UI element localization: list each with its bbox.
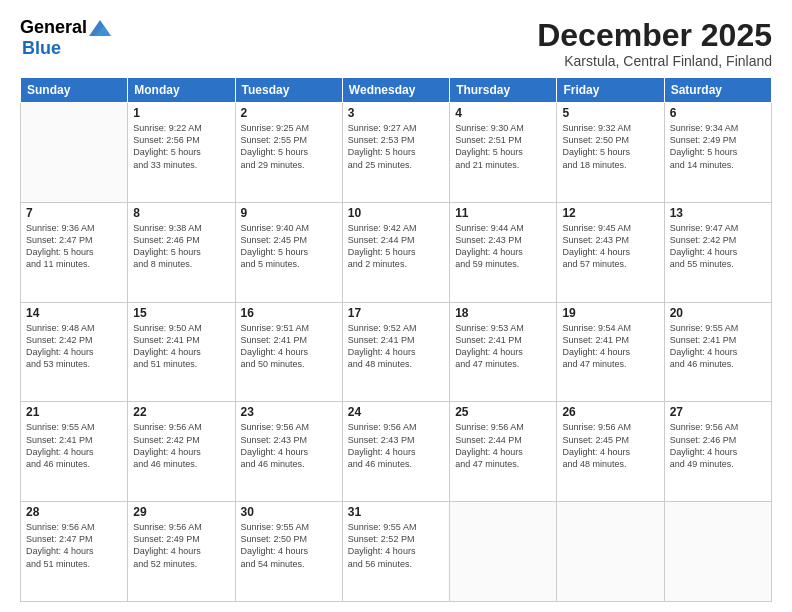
day-of-week-header: Wednesday <box>342 78 449 103</box>
calendar-week-row: 7Sunrise: 9:36 AMSunset: 2:47 PMDaylight… <box>21 202 772 302</box>
page: General Blue December 2025 Karstula, Cen… <box>0 0 792 612</box>
day-number: 8 <box>133 206 229 220</box>
calendar-cell: 31Sunrise: 9:55 AMSunset: 2:52 PMDayligh… <box>342 502 449 602</box>
day-of-week-header: Tuesday <box>235 78 342 103</box>
calendar-cell: 15Sunrise: 9:50 AMSunset: 2:41 PMDayligh… <box>128 302 235 402</box>
day-info: Sunrise: 9:55 AMSunset: 2:52 PMDaylight:… <box>348 521 444 570</box>
day-number: 10 <box>348 206 444 220</box>
day-info: Sunrise: 9:52 AMSunset: 2:41 PMDaylight:… <box>348 322 444 371</box>
day-info: Sunrise: 9:56 AMSunset: 2:46 PMDaylight:… <box>670 421 766 470</box>
day-number: 30 <box>241 505 337 519</box>
calendar-cell: 13Sunrise: 9:47 AMSunset: 2:42 PMDayligh… <box>664 202 771 302</box>
day-info: Sunrise: 9:27 AMSunset: 2:53 PMDaylight:… <box>348 122 444 171</box>
calendar-cell: 12Sunrise: 9:45 AMSunset: 2:43 PMDayligh… <box>557 202 664 302</box>
day-info: Sunrise: 9:38 AMSunset: 2:46 PMDaylight:… <box>133 222 229 271</box>
day-info: Sunrise: 9:56 AMSunset: 2:45 PMDaylight:… <box>562 421 658 470</box>
day-number: 21 <box>26 405 122 419</box>
calendar-cell <box>21 103 128 203</box>
day-of-week-header: Sunday <box>21 78 128 103</box>
day-info: Sunrise: 9:56 AMSunset: 2:43 PMDaylight:… <box>241 421 337 470</box>
day-number: 16 <box>241 306 337 320</box>
day-number: 25 <box>455 405 551 419</box>
day-info: Sunrise: 9:55 AMSunset: 2:41 PMDaylight:… <box>26 421 122 470</box>
day-number: 13 <box>670 206 766 220</box>
calendar-cell <box>557 502 664 602</box>
calendar-cell: 3Sunrise: 9:27 AMSunset: 2:53 PMDaylight… <box>342 103 449 203</box>
calendar-cell: 16Sunrise: 9:51 AMSunset: 2:41 PMDayligh… <box>235 302 342 402</box>
calendar-cell: 28Sunrise: 9:56 AMSunset: 2:47 PMDayligh… <box>21 502 128 602</box>
day-info: Sunrise: 9:34 AMSunset: 2:49 PMDaylight:… <box>670 122 766 171</box>
day-number: 17 <box>348 306 444 320</box>
calendar-week-row: 1Sunrise: 9:22 AMSunset: 2:56 PMDaylight… <box>21 103 772 203</box>
calendar-cell: 25Sunrise: 9:56 AMSunset: 2:44 PMDayligh… <box>450 402 557 502</box>
calendar-cell: 7Sunrise: 9:36 AMSunset: 2:47 PMDaylight… <box>21 202 128 302</box>
day-info: Sunrise: 9:44 AMSunset: 2:43 PMDaylight:… <box>455 222 551 271</box>
day-number: 7 <box>26 206 122 220</box>
calendar-cell: 14Sunrise: 9:48 AMSunset: 2:42 PMDayligh… <box>21 302 128 402</box>
day-info: Sunrise: 9:40 AMSunset: 2:45 PMDaylight:… <box>241 222 337 271</box>
header-right: December 2025 Karstula, Central Finland,… <box>537 18 772 69</box>
day-info: Sunrise: 9:22 AMSunset: 2:56 PMDaylight:… <box>133 122 229 171</box>
day-number: 18 <box>455 306 551 320</box>
location: Karstula, Central Finland, Finland <box>537 53 772 69</box>
day-of-week-header: Monday <box>128 78 235 103</box>
day-number: 3 <box>348 106 444 120</box>
day-number: 20 <box>670 306 766 320</box>
calendar-cell: 2Sunrise: 9:25 AMSunset: 2:55 PMDaylight… <box>235 103 342 203</box>
day-info: Sunrise: 9:50 AMSunset: 2:41 PMDaylight:… <box>133 322 229 371</box>
calendar-header-row: SundayMondayTuesdayWednesdayThursdayFrid… <box>21 78 772 103</box>
day-number: 28 <box>26 505 122 519</box>
day-of-week-header: Thursday <box>450 78 557 103</box>
day-number: 23 <box>241 405 337 419</box>
day-info: Sunrise: 9:56 AMSunset: 2:47 PMDaylight:… <box>26 521 122 570</box>
day-number: 9 <box>241 206 337 220</box>
calendar-cell: 5Sunrise: 9:32 AMSunset: 2:50 PMDaylight… <box>557 103 664 203</box>
day-number: 22 <box>133 405 229 419</box>
day-number: 6 <box>670 106 766 120</box>
calendar-cell: 19Sunrise: 9:54 AMSunset: 2:41 PMDayligh… <box>557 302 664 402</box>
calendar-week-row: 28Sunrise: 9:56 AMSunset: 2:47 PMDayligh… <box>21 502 772 602</box>
day-info: Sunrise: 9:53 AMSunset: 2:41 PMDaylight:… <box>455 322 551 371</box>
calendar-cell: 21Sunrise: 9:55 AMSunset: 2:41 PMDayligh… <box>21 402 128 502</box>
day-info: Sunrise: 9:45 AMSunset: 2:43 PMDaylight:… <box>562 222 658 271</box>
calendar-cell: 24Sunrise: 9:56 AMSunset: 2:43 PMDayligh… <box>342 402 449 502</box>
logo-general: General <box>20 18 87 38</box>
day-info: Sunrise: 9:36 AMSunset: 2:47 PMDaylight:… <box>26 222 122 271</box>
day-number: 29 <box>133 505 229 519</box>
day-info: Sunrise: 9:55 AMSunset: 2:50 PMDaylight:… <box>241 521 337 570</box>
calendar-cell: 29Sunrise: 9:56 AMSunset: 2:49 PMDayligh… <box>128 502 235 602</box>
logo-icon <box>89 19 111 37</box>
day-number: 12 <box>562 206 658 220</box>
calendar-cell: 26Sunrise: 9:56 AMSunset: 2:45 PMDayligh… <box>557 402 664 502</box>
day-number: 4 <box>455 106 551 120</box>
day-info: Sunrise: 9:56 AMSunset: 2:43 PMDaylight:… <box>348 421 444 470</box>
calendar-cell <box>450 502 557 602</box>
calendar-cell: 18Sunrise: 9:53 AMSunset: 2:41 PMDayligh… <box>450 302 557 402</box>
day-number: 5 <box>562 106 658 120</box>
day-info: Sunrise: 9:32 AMSunset: 2:50 PMDaylight:… <box>562 122 658 171</box>
day-info: Sunrise: 9:56 AMSunset: 2:49 PMDaylight:… <box>133 521 229 570</box>
day-number: 15 <box>133 306 229 320</box>
calendar-cell: 20Sunrise: 9:55 AMSunset: 2:41 PMDayligh… <box>664 302 771 402</box>
logo-blue: Blue <box>22 38 61 59</box>
day-info: Sunrise: 9:42 AMSunset: 2:44 PMDaylight:… <box>348 222 444 271</box>
day-info: Sunrise: 9:48 AMSunset: 2:42 PMDaylight:… <box>26 322 122 371</box>
calendar-cell: 17Sunrise: 9:52 AMSunset: 2:41 PMDayligh… <box>342 302 449 402</box>
day-info: Sunrise: 9:25 AMSunset: 2:55 PMDaylight:… <box>241 122 337 171</box>
day-of-week-header: Saturday <box>664 78 771 103</box>
calendar-cell: 11Sunrise: 9:44 AMSunset: 2:43 PMDayligh… <box>450 202 557 302</box>
header: General Blue December 2025 Karstula, Cen… <box>20 18 772 69</box>
day-number: 14 <box>26 306 122 320</box>
day-info: Sunrise: 9:55 AMSunset: 2:41 PMDaylight:… <box>670 322 766 371</box>
day-number: 19 <box>562 306 658 320</box>
logo: General Blue <box>20 18 111 59</box>
calendar-week-row: 14Sunrise: 9:48 AMSunset: 2:42 PMDayligh… <box>21 302 772 402</box>
day-number: 2 <box>241 106 337 120</box>
calendar-cell: 10Sunrise: 9:42 AMSunset: 2:44 PMDayligh… <box>342 202 449 302</box>
day-info: Sunrise: 9:56 AMSunset: 2:44 PMDaylight:… <box>455 421 551 470</box>
day-number: 26 <box>562 405 658 419</box>
calendar-cell: 1Sunrise: 9:22 AMSunset: 2:56 PMDaylight… <box>128 103 235 203</box>
calendar-cell: 8Sunrise: 9:38 AMSunset: 2:46 PMDaylight… <box>128 202 235 302</box>
calendar-cell: 9Sunrise: 9:40 AMSunset: 2:45 PMDaylight… <box>235 202 342 302</box>
calendar-cell: 27Sunrise: 9:56 AMSunset: 2:46 PMDayligh… <box>664 402 771 502</box>
